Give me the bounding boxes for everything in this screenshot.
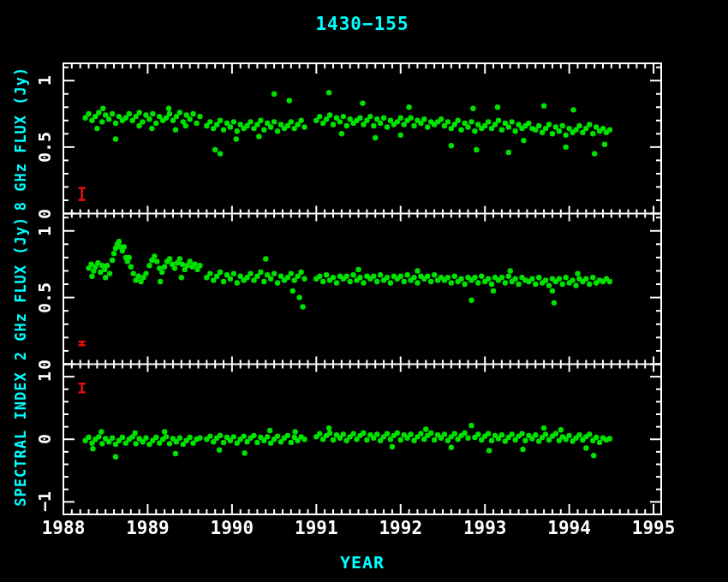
y-tick-label-panel3-1: 1 (34, 371, 55, 382)
chart-canvas (0, 0, 728, 582)
x-tick-label-1992: 1992 (379, 518, 422, 538)
y-tick-label-panel3-0: 0 (34, 434, 55, 444)
x-tick-label-1994: 1994 (547, 518, 591, 538)
x-tick-label-1995: 1995 (632, 518, 676, 538)
y-axis-title-spectral-index: SPECTRAL INDEX (12, 371, 29, 506)
y-axis-title-8ghz-flux: 8 GHz FLUX (Jy) (12, 67, 29, 211)
y-tick-label-panel1-0.5: 0.5 (34, 132, 55, 163)
x-tick-label-1988: 1988 (42, 518, 86, 538)
y-tick-label-panel1-1: 1 (34, 75, 55, 86)
y-tick-label-panel1-0: 0 (34, 208, 55, 218)
x-axis-title: YEAR (63, 552, 661, 573)
light-curve-figure: 1430−155 8 GHz FLUX (Jy) 2 GHz FLUX (Jy)… (0, 0, 728, 582)
y-axis-title-2ghz-flux: 2 GHz FLUX (Jy) (12, 217, 29, 361)
y-tick-label-panel3-−1: −1 (34, 491, 55, 512)
y-tick-label-panel2-1: 1 (34, 226, 55, 236)
y-tick-label-panel2-0: 0 (34, 359, 55, 369)
x-tick-label-1993: 1993 (463, 518, 507, 538)
x-tick-label-1991: 1991 (295, 518, 338, 538)
x-tick-label-1989: 1989 (126, 518, 170, 538)
x-tick-label-1990: 1990 (211, 518, 254, 538)
y-tick-label-panel2-0.5: 0.5 (34, 282, 55, 313)
plot-title: 1430−155 (63, 14, 661, 34)
